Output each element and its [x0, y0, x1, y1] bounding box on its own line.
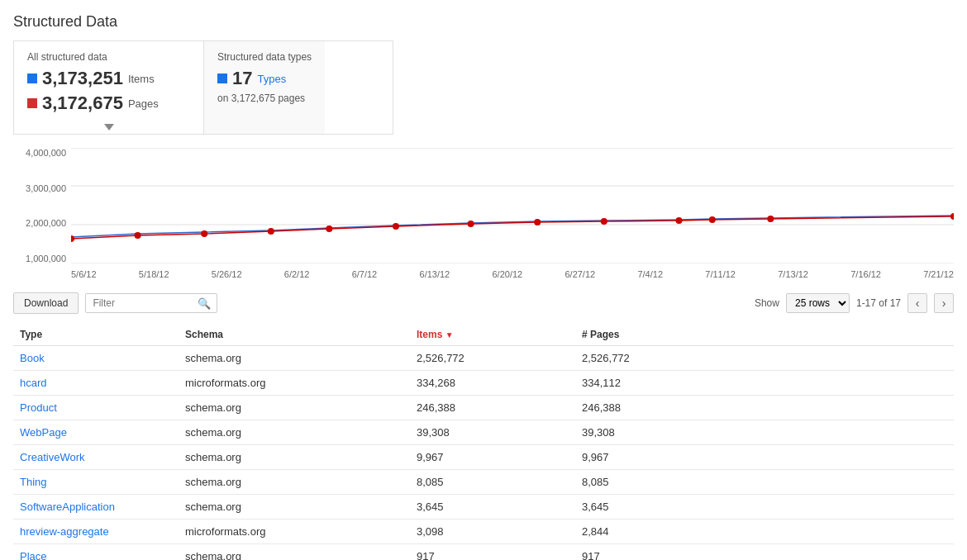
table-row: Place schema.org 917 917 — [13, 544, 954, 561]
summary-left: All structured data 3,173,251 Items 3,17… — [14, 41, 204, 134]
cell-pages: 917 — [575, 544, 954, 561]
type-link[interactable]: Thing — [20, 476, 47, 488]
cell-type: Thing — [13, 470, 179, 495]
x-label-9: 7/4/12 — [637, 269, 663, 279]
type-link[interactable]: Book — [20, 352, 45, 364]
cell-items: 2,526,772 — [410, 346, 575, 371]
types-sub-label: on 3,172,675 pages — [217, 93, 312, 104]
cell-type: SoftwareApplication — [13, 495, 179, 520]
next-page-button[interactable]: › — [934, 293, 954, 313]
pages-color-indicator — [27, 98, 37, 108]
cell-pages: 9,967 — [575, 445, 954, 470]
pagination-info: 1-17 of 17 — [856, 297, 901, 309]
table-row: hcard microformats.org 334,268 334,112 — [13, 371, 954, 396]
page-title: Structured Data — [13, 13, 954, 31]
table-row: Book schema.org 2,526,772 2,526,772 — [13, 346, 954, 371]
cell-schema: schema.org — [179, 420, 410, 445]
cell-pages: 39,308 — [575, 420, 954, 445]
table-row: hreview-aggregate microformats.org 3,098… — [13, 520, 954, 544]
type-link[interactable]: Place — [20, 550, 47, 560]
svg-point-8 — [326, 225, 332, 232]
pages-count: 3,172,675 — [42, 93, 123, 114]
svg-point-11 — [534, 219, 541, 225]
x-label-10: 7/11/12 — [705, 269, 736, 279]
cell-items: 9,967 — [410, 445, 575, 470]
x-label-2: 5/18/12 — [139, 269, 169, 279]
chart-area: 5/6/12 5/18/12 5/26/12 6/2/12 6/7/12 6/1… — [71, 148, 954, 279]
type-link[interactable]: WebPage — [20, 426, 67, 439]
cell-type: Place — [13, 544, 179, 561]
download-button[interactable]: Download — [13, 292, 79, 314]
table-row: SoftwareApplication schema.org 3,645 3,6… — [13, 495, 954, 520]
cell-pages: 246,388 — [575, 396, 954, 420]
x-label-1: 5/6/12 — [71, 269, 97, 279]
cell-items: 3,645 — [410, 495, 575, 520]
pages-unit: Pages — [128, 97, 159, 110]
toolbar-left: Download 🔍 — [13, 292, 217, 314]
cell-schema: schema.org — [179, 445, 410, 470]
col-items[interactable]: Items ▼ — [410, 324, 575, 346]
x-label-11: 7/13/12 — [778, 269, 808, 279]
table-row: Product schema.org 246,388 246,388 — [13, 396, 954, 420]
x-axis-labels: 5/6/12 5/18/12 5/26/12 6/2/12 6/7/12 6/1… — [71, 269, 954, 279]
cell-items: 246,388 — [410, 396, 575, 420]
col-pages: # Pages — [575, 324, 954, 346]
cell-type: Book — [13, 346, 179, 371]
toolbar-right: Show 25 rows 10 rows 50 rows 1-17 of 17 … — [755, 293, 954, 313]
svg-point-5 — [135, 232, 141, 239]
svg-point-9 — [393, 223, 399, 230]
toolbar: Download 🔍 Show 25 rows 10 rows 50 rows … — [13, 292, 954, 314]
cell-type: CreativeWork — [13, 445, 179, 470]
svg-point-10 — [468, 221, 474, 227]
y-label-4m: 4,000,000 — [13, 148, 66, 158]
x-label-4: 6/2/12 — [284, 269, 310, 279]
y-label-3m: 3,000,000 — [13, 183, 66, 193]
type-link[interactable]: hcard — [20, 377, 47, 389]
all-data-label: All structured data — [27, 51, 190, 63]
search-icon: 🔍 — [198, 297, 211, 310]
svg-point-16 — [950, 213, 954, 220]
y-label-2m: 2,000,000 — [13, 218, 66, 228]
type-link[interactable]: SoftwareApplication — [20, 501, 115, 513]
show-label: Show — [755, 297, 779, 309]
rows-select[interactable]: 25 rows 10 rows 50 rows — [786, 293, 850, 313]
cell-items: 39,308 — [410, 420, 575, 445]
cell-pages: 334,112 — [575, 371, 954, 396]
table-row: CreativeWork schema.org 9,967 9,967 — [13, 445, 954, 470]
svg-point-7 — [268, 228, 274, 235]
sort-arrow-icon: ▼ — [445, 330, 454, 339]
types-color-indicator — [217, 74, 227, 83]
types-count: 17 — [232, 68, 252, 89]
cell-type: Product — [13, 396, 179, 420]
summary-box: All structured data 3,173,251 Items 3,17… — [13, 40, 393, 135]
type-link[interactable]: Product — [20, 401, 57, 414]
cell-items: 3,098 — [410, 520, 575, 544]
cell-items: 8,085 — [410, 470, 575, 495]
cell-pages: 2,844 — [575, 520, 954, 544]
summary-right: Structured data types 17 Types on 3,172,… — [204, 41, 325, 134]
cell-type: WebPage — [13, 420, 179, 445]
table-row: Thing schema.org 8,085 8,085 — [13, 470, 954, 495]
type-link[interactable]: hreview-aggregate — [20, 525, 109, 538]
types-label: Structured data types — [217, 51, 312, 63]
prev-page-button[interactable]: ‹ — [907, 293, 927, 313]
cell-pages: 3,645 — [575, 495, 954, 520]
cell-schema: schema.org — [179, 495, 410, 520]
items-count: 3,173,251 — [42, 68, 123, 89]
col-type: Type — [13, 324, 179, 346]
col-schema: Schema — [179, 324, 410, 346]
x-label-6: 6/13/12 — [420, 269, 450, 279]
chart-svg — [71, 148, 954, 263]
svg-point-15 — [767, 216, 774, 222]
x-label-5: 6/7/12 — [352, 269, 378, 279]
x-label-13: 7/21/12 — [923, 269, 954, 279]
cell-schema: microformats.org — [179, 371, 410, 396]
cell-schema: schema.org — [179, 396, 410, 420]
cell-schema: microformats.org — [179, 520, 410, 544]
chart-container: 4,000,000 3,000,000 2,000,000 1,000,000 — [13, 148, 954, 279]
cell-schema: schema.org — [179, 544, 410, 561]
svg-point-6 — [201, 230, 207, 237]
cell-pages: 8,085 — [575, 470, 954, 495]
cell-pages: 2,526,772 — [575, 346, 954, 371]
type-link[interactable]: CreativeWork — [20, 451, 85, 463]
